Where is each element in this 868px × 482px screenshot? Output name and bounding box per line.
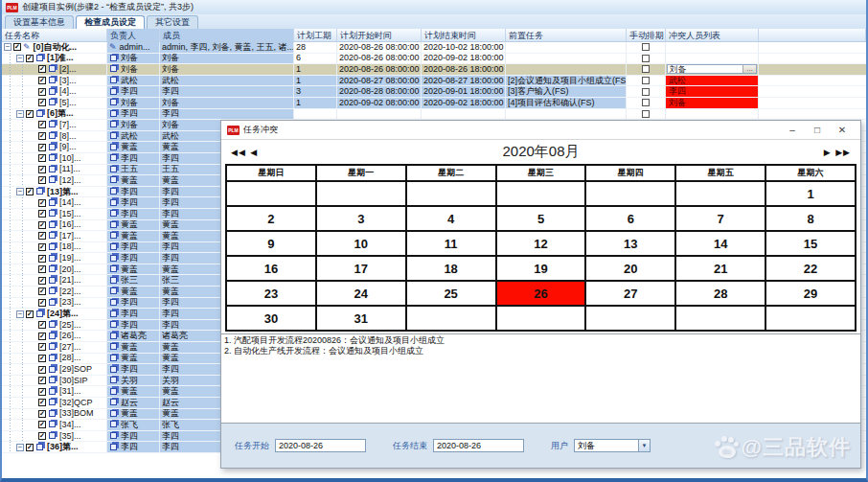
owner-cell[interactable]: 李四 bbox=[107, 364, 160, 376]
owner-cell[interactable]: 黄盖 bbox=[107, 231, 160, 242]
minimize-icon[interactable]: – bbox=[780, 122, 805, 139]
conflict-list-cell[interactable] bbox=[666, 54, 759, 65]
conflict-list-cell[interactable]: 刘备 bbox=[666, 98, 759, 109]
task-checkbox[interactable]: ✓ bbox=[38, 355, 46, 362]
task-tree-cell[interactable]: ✓[30]SIP bbox=[2, 376, 107, 387]
col-owner[interactable]: 负责人 bbox=[107, 29, 160, 41]
task-tree-cell[interactable]: ✓[9]... bbox=[2, 142, 107, 153]
task-tree-cell[interactable]: ✓[14]... bbox=[2, 197, 107, 209]
plan-start-cell[interactable] bbox=[337, 109, 422, 121]
prev-year-icon[interactable]: ◀◀ bbox=[231, 148, 246, 157]
task-tree-cell[interactable]: ✓[2]... bbox=[2, 64, 107, 76]
col-predecessor[interactable]: 前置任务 bbox=[506, 29, 627, 41]
task-checkbox[interactable]: ✓ bbox=[38, 299, 46, 307]
task-tree-cell[interactable]: ✓[17]... bbox=[2, 231, 107, 242]
task-checkbox[interactable]: ✓ bbox=[26, 55, 34, 62]
members-cell[interactable]: 刘备 bbox=[160, 98, 294, 109]
task-checkbox[interactable]: ✓ bbox=[38, 65, 46, 73]
task-checkbox[interactable]: ✓ bbox=[38, 121, 46, 128]
calendar-day-cell[interactable]: 30 bbox=[226, 306, 316, 331]
task-tree-cell[interactable]: ✓[33]BOM bbox=[2, 409, 107, 421]
task-checkbox[interactable]: ✓ bbox=[26, 444, 34, 451]
task-tree-cell[interactable]: ✓[3]... bbox=[2, 76, 107, 87]
owner-cell[interactable]: 赵云 bbox=[107, 398, 160, 409]
task-checkbox[interactable]: ✓ bbox=[38, 255, 46, 263]
owner-cell[interactable]: 李四 bbox=[107, 187, 160, 198]
plan-end-cell[interactable]: 2020-09-01 18:00:00 bbox=[422, 86, 506, 98]
plan-start-cell[interactable]: 2020-08-27 08:00:00 bbox=[337, 76, 422, 87]
members-cell[interactable]: 李四 bbox=[160, 86, 294, 98]
predecessor-cell[interactable] bbox=[506, 109, 627, 121]
calendar-day-cell[interactable]: 31 bbox=[316, 306, 406, 331]
owner-cell[interactable]: 李四 bbox=[107, 320, 160, 332]
manual-schedule-checkbox[interactable] bbox=[642, 55, 650, 62]
task-checkbox[interactable]: ✓ bbox=[38, 144, 46, 151]
calendar-day-cell[interactable]: 11 bbox=[406, 231, 496, 256]
task-tree-cell[interactable]: ✓[10]... bbox=[2, 153, 107, 165]
owner-cell[interactable]: 李四 bbox=[107, 431, 160, 443]
calendar-day-cell[interactable]: 18 bbox=[406, 256, 496, 281]
calendar-day-cell[interactable] bbox=[675, 181, 765, 206]
owner-cell[interactable]: 黄盖 bbox=[107, 220, 160, 232]
task-checkbox[interactable]: ✓ bbox=[38, 99, 46, 106]
task-tree-cell[interactable]: ✓[18]... bbox=[2, 242, 107, 254]
owner-cell[interactable]: 张三 bbox=[107, 275, 160, 287]
task-checkbox[interactable]: ✓ bbox=[38, 333, 46, 340]
task-checkbox[interactable]: ✓ bbox=[38, 265, 46, 273]
duration-cell[interactable] bbox=[294, 109, 337, 121]
owner-cell[interactable]: 黄盖 bbox=[107, 342, 160, 354]
task-tree-cell[interactable]: −✓[36]第... bbox=[2, 442, 107, 453]
task-tree-cell[interactable]: ✓[16]... bbox=[2, 220, 107, 232]
close-icon[interactable]: ✕ bbox=[830, 122, 855, 139]
members-cell[interactable]: 刘备 bbox=[160, 64, 294, 76]
members-cell[interactable]: 武松 bbox=[160, 76, 294, 87]
table-row[interactable]: −✓[6]第...李四李四 bbox=[2, 109, 866, 121]
predecessor-cell[interactable]: [4]项目评估和确认(FS) bbox=[506, 98, 627, 109]
conflict-list-cell[interactable]: 李四 bbox=[666, 86, 759, 98]
task-checkbox[interactable]: ✓ bbox=[13, 43, 21, 51]
calendar-day-cell[interactable]: 12 bbox=[496, 231, 586, 256]
col-plan-end[interactable]: 计划结束时间 bbox=[422, 29, 506, 41]
owner-cell[interactable]: 李四 bbox=[107, 153, 160, 165]
task-checkbox[interactable]: ✓ bbox=[38, 366, 46, 374]
owner-cell[interactable]: 李四 bbox=[107, 86, 160, 98]
task-tree-cell[interactable]: ✓[20]... bbox=[2, 264, 107, 276]
task-checkbox[interactable]: ✓ bbox=[26, 110, 34, 118]
calendar-day-cell[interactable] bbox=[316, 181, 406, 206]
conflict-list-cell[interactable] bbox=[666, 109, 759, 121]
plan-end-cell[interactable]: 2020-09-02 18:00:00 bbox=[422, 98, 506, 109]
owner-cell[interactable]: 黄盖 bbox=[107, 409, 160, 421]
predecessor-cell[interactable] bbox=[506, 54, 627, 65]
task-start-input[interactable]: 2020-08-26 bbox=[275, 439, 366, 452]
plan-end-cell[interactable] bbox=[422, 109, 506, 121]
next-year-icon[interactable]: ▶▶ bbox=[835, 148, 851, 157]
owner-cell[interactable]: 李四 bbox=[107, 253, 160, 264]
task-checkbox[interactable]: ✓ bbox=[38, 154, 46, 162]
owner-cell[interactable]: 李四 bbox=[107, 197, 160, 209]
calendar-day-cell[interactable] bbox=[406, 306, 496, 331]
task-tree-cell[interactable]: ✓[21]... bbox=[2, 275, 107, 287]
predecessor-cell[interactable] bbox=[506, 42, 627, 54]
task-checkbox[interactable]: ✓ bbox=[38, 287, 46, 295]
task-checkbox[interactable]: ✓ bbox=[38, 77, 46, 84]
plan-end-cell[interactable]: 2020-08-26 18:00:00 bbox=[422, 64, 506, 76]
task-checkbox[interactable]: ✓ bbox=[38, 277, 46, 285]
calendar-day-cell[interactable]: 14 bbox=[675, 231, 765, 256]
plan-end-cell[interactable]: 2020-10-02 18:00:00 bbox=[422, 42, 506, 54]
calendar-day-cell[interactable] bbox=[585, 306, 675, 331]
calendar-day-cell[interactable]: 22 bbox=[765, 256, 856, 281]
collapse-icon[interactable]: − bbox=[16, 55, 24, 62]
collapse-icon[interactable]: − bbox=[4, 43, 11, 51]
duration-cell[interactable]: 6 bbox=[294, 54, 337, 65]
members-cell[interactable]: 刘备 bbox=[160, 54, 294, 65]
manual-schedule-checkbox[interactable] bbox=[642, 99, 650, 106]
calendar-day-cell[interactable] bbox=[675, 306, 765, 331]
task-tree-cell[interactable]: ✓[31]... bbox=[2, 386, 107, 398]
collapse-icon[interactable]: − bbox=[16, 310, 24, 318]
task-tree-cell[interactable]: ✓[15]... bbox=[2, 209, 107, 220]
task-checkbox[interactable]: ✓ bbox=[38, 410, 46, 418]
tab-other-settings[interactable]: 其它设置 bbox=[147, 15, 198, 29]
col-members[interactable]: 成员 bbox=[160, 29, 294, 41]
col-task-name[interactable]: 任务名称 bbox=[2, 29, 107, 41]
task-tree-cell[interactable]: −✓[13]第... bbox=[2, 187, 107, 198]
